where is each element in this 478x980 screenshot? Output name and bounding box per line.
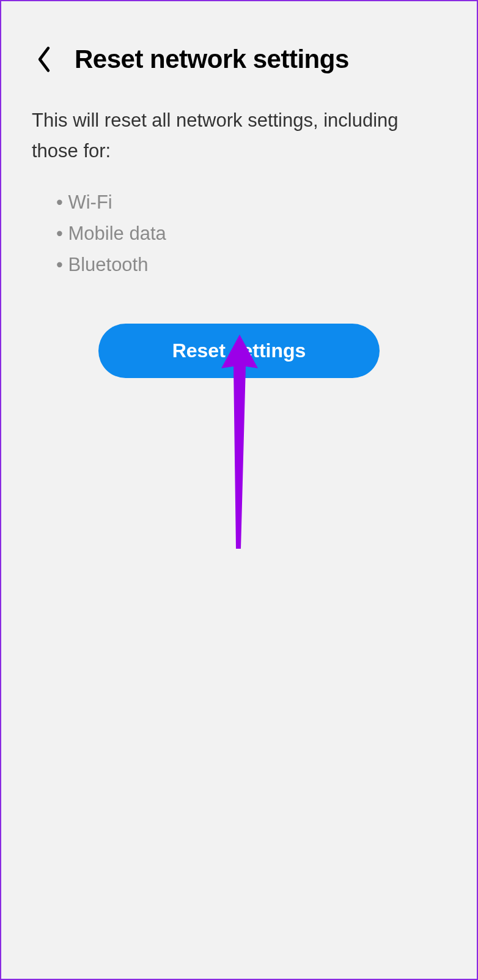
list-item: • Mobile data [56,218,446,249]
settings-list: • Wi-Fi • Mobile data • Bluetooth [1,178,477,299]
header: Reset network settings [1,1,477,99]
back-icon[interactable] [32,44,56,75]
page-title: Reset network settings [75,45,349,74]
button-container: Reset settings [1,299,477,378]
description-text: This will reset all network settings, in… [1,99,477,178]
list-item: • Bluetooth [56,249,446,280]
reset-settings-button[interactable]: Reset settings [98,324,380,378]
list-item: • Wi-Fi [56,187,446,218]
